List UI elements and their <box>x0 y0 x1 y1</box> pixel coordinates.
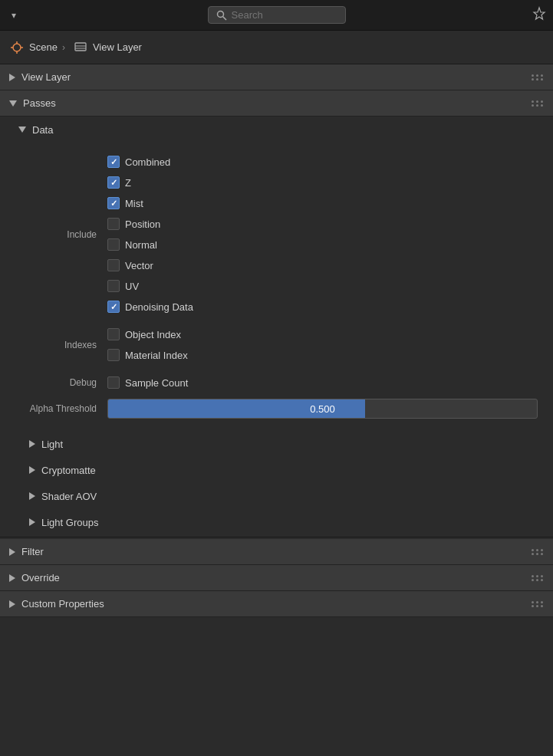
view-layer-collapse-icon <box>9 74 15 81</box>
position-item: Position <box>107 215 538 233</box>
material-index-checkbox[interactable] <box>107 349 120 361</box>
menu-chevron-icon[interactable]: ▾ <box>6 8 21 23</box>
filter-section-header[interactable]: Filter <box>0 539 553 565</box>
denoising-data-checkbox[interactable] <box>107 301 120 313</box>
vector-item: Vector <box>107 256 538 274</box>
view-layer-section-header[interactable]: View Layer <box>0 64 553 90</box>
custom-props-header-left: Custom Properties <box>9 598 104 610</box>
z-label: Z <box>125 177 131 189</box>
combined-checkbox[interactable] <box>107 156 120 168</box>
mist-label: Mist <box>125 198 143 209</box>
position-label: Position <box>125 219 160 230</box>
denoising-data-label: Denoising Data <box>125 301 193 313</box>
combined-item: Combined <box>107 153 538 171</box>
view-layer-section-label: View Layer <box>21 71 71 83</box>
mist-item: Mist <box>107 194 538 212</box>
alpha-threshold-row: Alpha Threshold 0.500 <box>0 394 553 423</box>
svg-rect-7 <box>75 43 86 51</box>
indexes-label: Indexes <box>15 340 107 350</box>
combined-label: Combined <box>125 156 170 168</box>
svg-line-1 <box>222 16 226 20</box>
custom-props-section-label: Custom Properties <box>21 598 104 610</box>
denoising-data-item: Denoising Data <box>107 297 538 316</box>
uv-checkbox[interactable] <box>107 280 120 292</box>
shader-aov-label: Shader AOV <box>41 491 97 502</box>
cryptomatte-expand-icon <box>29 466 35 474</box>
light-label: Light <box>41 439 63 450</box>
view-layer-header-left: View Layer <box>9 71 71 83</box>
uv-label: UV <box>125 281 139 292</box>
normal-checkbox[interactable] <box>107 238 120 251</box>
light-groups-label: Light Groups <box>41 517 98 528</box>
data-subsection-label: Data <box>32 124 53 136</box>
passes-drag-handle <box>532 100 544 107</box>
scene-label: Scene <box>29 41 58 53</box>
mist-checkbox[interactable] <box>107 197 120 209</box>
light-sub-item[interactable]: Light <box>0 431 553 457</box>
view-layer-svg <box>74 41 87 54</box>
filter-drag-handle <box>532 549 544 555</box>
material-index-item: Material Index <box>107 346 188 364</box>
data-collapse-icon <box>18 127 26 133</box>
vector-label: Vector <box>125 260 153 271</box>
override-section-label: Override <box>21 572 60 583</box>
sample-count-item: Sample Count <box>107 373 188 392</box>
z-item: Z <box>107 173 538 192</box>
passes-header-left: Passes <box>9 97 56 109</box>
cryptomatte-label: Cryptomatte <box>41 465 96 476</box>
override-drag-handle <box>532 575 544 581</box>
divider-1 <box>0 537 553 537</box>
include-row: Include Combined Z Mist <box>0 150 553 318</box>
scene-icon <box>9 40 25 55</box>
pin-icon[interactable] <box>532 6 547 25</box>
debug-label: Debug <box>15 377 107 388</box>
z-checkbox[interactable] <box>107 176 120 189</box>
pin-svg <box>532 6 547 21</box>
filter-header-left: Filter <box>9 546 44 557</box>
cryptomatte-sub-item[interactable]: Cryptomatte <box>0 457 553 483</box>
search-bar[interactable] <box>208 6 346 24</box>
breadcrumb: Scene › View Layer <box>0 31 553 64</box>
view-layer-label: View Layer <box>93 41 142 53</box>
svg-point-2 <box>13 44 21 51</box>
include-label: Include <box>15 229 107 240</box>
top-bar: ▾ <box>0 0 553 31</box>
alpha-threshold-value: 0.500 <box>310 403 335 415</box>
shader-aov-sub-item[interactable]: Shader AOV <box>0 483 553 509</box>
include-checkbox-list: Combined Z Mist Position <box>107 153 538 316</box>
debug-options: Sample Count <box>107 373 188 392</box>
shader-aov-expand-icon <box>29 492 35 500</box>
svg-point-0 <box>217 11 223 17</box>
breadcrumb-separator: › <box>62 42 65 53</box>
light-groups-expand-icon <box>29 518 35 526</box>
passes-section-header[interactable]: Passes <box>0 90 553 117</box>
override-section-header[interactable]: Override <box>0 565 553 591</box>
custom-props-section-header[interactable]: Custom Properties <box>0 591 553 617</box>
object-index-checkbox[interactable] <box>107 328 120 340</box>
indexes-row: Indexes Object Index Material Index <box>0 323 553 366</box>
light-expand-icon <box>29 440 35 448</box>
alpha-threshold-label: Alpha Threshold <box>15 403 107 414</box>
debug-row: Debug Sample Count <box>0 371 553 394</box>
passes-collapse-icon <box>9 100 17 107</box>
search-icon <box>216 10 227 21</box>
override-header-left: Override <box>9 572 60 583</box>
object-index-item: Object Index <box>107 325 188 343</box>
uv-item: UV <box>107 277 538 295</box>
filter-section-label: Filter <box>21 546 44 557</box>
view-layer-drag-handle <box>532 74 544 81</box>
search-input[interactable] <box>232 9 324 21</box>
normal-item: Normal <box>107 235 538 254</box>
data-section: Include Combined Z Mist <box>0 143 553 431</box>
light-groups-sub-item[interactable]: Light Groups <box>0 509 553 535</box>
override-collapse-icon <box>9 574 15 582</box>
position-checkbox[interactable] <box>107 218 120 230</box>
custom-props-drag-handle <box>532 601 544 607</box>
vector-checkbox[interactable] <box>107 259 120 271</box>
alpha-threshold-slider[interactable]: 0.500 <box>107 399 538 419</box>
data-subsection-header[interactable]: Data <box>0 117 553 143</box>
custom-props-collapse-icon <box>9 600 15 608</box>
sample-count-checkbox[interactable] <box>107 376 120 389</box>
passes-section-label: Passes <box>23 97 56 109</box>
view-layer-icon <box>73 40 88 55</box>
